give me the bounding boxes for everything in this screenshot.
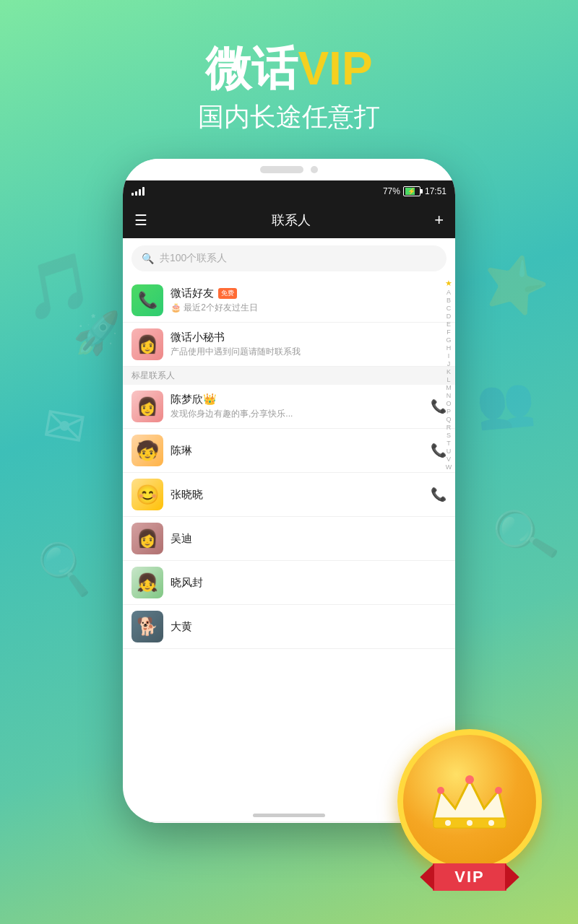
alpha-d[interactable]: D [447, 313, 452, 320]
contact-info: 吴迪 [171, 532, 447, 546]
call-icon[interactable]: 📞 [431, 487, 447, 502]
contact-name: 微话好友 [171, 287, 214, 300]
signal-bar-1 [131, 193, 134, 196]
contact-info: 张晓晓 [171, 488, 423, 502]
list-item[interactable]: 👩 陈梦欣👑 发现你身边有趣的事,分享快乐... 📞 [123, 385, 455, 429]
contact-name-row: 微话好友 免费 [171, 287, 447, 300]
contact-name: 张晓晓 [171, 488, 203, 500]
alpha-i[interactable]: I [448, 352, 450, 359]
alpha-a[interactable]: A [447, 289, 451, 296]
list-item[interactable]: 😊 张晓晓 📞 [123, 473, 455, 517]
avatar: 🧒 [131, 435, 163, 466]
add-contact-button[interactable]: + [434, 211, 444, 230]
alpha-n[interactable]: N [447, 392, 452, 399]
alpha-s[interactable]: S [447, 432, 451, 439]
battery-bolt: ⚡ [407, 188, 415, 195]
contact-name: 晓风封 [171, 576, 203, 588]
title-vip: VIP [298, 43, 372, 95]
contact-info: 大黄 [171, 620, 447, 634]
contact-name: 大黄 [171, 620, 192, 632]
contact-info: 微话小秘书 产品使用中遇到问题请随时联系我 [171, 331, 447, 358]
medal-circle [397, 729, 542, 873]
search-icon: 🔍 [142, 253, 154, 264]
battery-percent: 77% [383, 186, 400, 196]
alpha-q[interactable]: Q [446, 416, 451, 423]
crown-icon [426, 765, 513, 837]
alpha-j[interactable]: J [447, 360, 451, 367]
contact-subtitle: 产品使用中遇到问题请随时联系我 [171, 346, 447, 358]
list-item[interactable]: 👩 吴迪 [123, 517, 455, 561]
subtitle: 国内长途任意打 [0, 100, 578, 135]
call-icon[interactable]: 📞 [431, 443, 447, 458]
list-item[interactable]: 👩 微话小秘书 产品使用中遇到问题请随时联系我 [123, 323, 455, 367]
status-icons: 77% ⚡ 17:51 [383, 186, 447, 196]
menu-icon[interactable]: ☰ [134, 212, 147, 229]
vip-ribbon-text: VIP [433, 863, 506, 891]
alpha-r[interactable]: R [447, 424, 452, 431]
vip-ribbon: VIP [383, 859, 556, 895]
app-title: 微话VIP [0, 43, 578, 94]
alpha-k[interactable]: K [447, 368, 451, 375]
list-item[interactable]: 👧 晓风封 [123, 561, 455, 605]
list-item[interactable]: 📞 微话好友 免费 🎂 最近2个好友过生日 [123, 279, 455, 323]
alpha-g[interactable]: G [446, 336, 451, 344]
alpha-c[interactable]: C [447, 305, 452, 312]
avatar: 📞 [131, 284, 163, 316]
avatar: 😊 [131, 479, 163, 510]
avatar: 👧 [131, 567, 163, 598]
contact-name: 微话小秘书 [171, 331, 225, 344]
alpha-o[interactable]: O [446, 400, 451, 407]
phone-top-bar [123, 159, 455, 180]
phone-home-bar [253, 814, 325, 817]
alphabet-index[interactable]: ★ A B C D E F G H I J K L M N O P Q R S [445, 279, 452, 471]
contact-name: 吴迪 [171, 532, 192, 544]
contact-info: 微话好友 免费 🎂 最近2个好友过生日 [171, 287, 447, 314]
title-wenhua: 微话 [205, 43, 298, 95]
call-icon[interactable]: 📞 [431, 398, 447, 414]
avatar: 👩 [131, 391, 163, 422]
alpha-l[interactable]: L [447, 376, 450, 383]
phone-frame: 77% ⚡ 17:51 ☰ 联系人 + 🔍 共100个联系人 📞 微话好友 [123, 159, 455, 823]
alpha-m[interactable]: M [446, 384, 452, 391]
svg-point-3 [495, 787, 502, 794]
alpha-f[interactable]: F [447, 328, 451, 336]
avatar: 🐕 [131, 611, 163, 642]
battery-icon: ⚡ [403, 186, 420, 196]
free-badge: 免费 [218, 288, 237, 299]
list-item[interactable]: 🐕 大黄 [123, 605, 455, 649]
list-item[interactable]: 🧒 陈琳 📞 [123, 429, 455, 473]
alpha-u[interactable]: U [447, 448, 452, 455]
avatar: 👩 [131, 523, 163, 554]
vip-medal: VIP [383, 729, 556, 895]
header-area: 微话VIP 国内长途任意打 [0, 0, 578, 157]
section-header: 标星联系人 [123, 367, 455, 385]
svg-point-2 [437, 787, 444, 794]
svg-point-1 [465, 775, 474, 784]
search-placeholder: 共100个联系人 [160, 252, 227, 265]
signal-bar-3 [139, 189, 141, 196]
time-display: 17:51 [425, 186, 447, 196]
screen-title: 联系人 [272, 212, 311, 229]
svg-marker-0 [434, 780, 506, 819]
signal-bar-4 [142, 187, 144, 196]
alpha-w[interactable]: W [446, 463, 452, 471]
search-bar[interactable]: 🔍 共100个联系人 [131, 245, 447, 271]
signal-bar-2 [135, 191, 137, 196]
avatar: 👩 [131, 328, 163, 360]
signal-bars [131, 186, 144, 196]
contact-name-row: 陈梦欣👑 [171, 393, 423, 406]
alpha-b[interactable]: B [447, 297, 451, 304]
battery-tip [420, 189, 423, 193]
alpha-v[interactable]: V [447, 456, 451, 463]
alpha-e[interactable]: E [447, 321, 451, 328]
phone-camera [311, 166, 318, 173]
contact-name: 陈梦欣👑 [171, 393, 217, 406]
alpha-h[interactable]: H [447, 344, 452, 352]
contact-name-row: 微话小秘书 [171, 331, 447, 344]
alpha-p[interactable]: P [447, 408, 451, 415]
contact-info: 陈琳 [171, 444, 423, 458]
contact-name: 陈琳 [171, 444, 192, 456]
alpha-star[interactable]: ★ [445, 279, 452, 288]
alpha-t[interactable]: T [447, 440, 451, 447]
contact-info: 陈梦欣👑 发现你身边有趣的事,分享快乐... [171, 393, 423, 420]
